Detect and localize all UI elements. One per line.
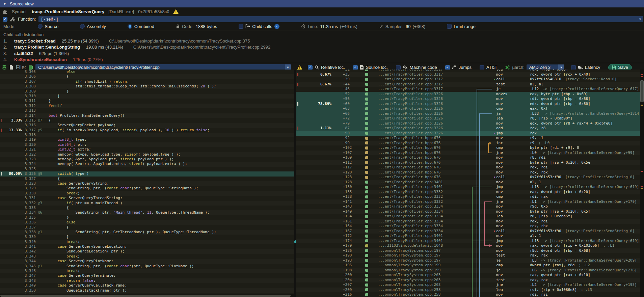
source-line[interactable]: 3,346 break; <box>0 269 294 273</box>
source-line[interactable]: 3,342 SendSourceLocation( ptr ); <box>0 249 294 254</box>
assembly-row[interactable]: +90...ent\TracyProfiler.cpp:3326jmprcx <box>296 131 640 136</box>
assembly-row[interactable]: +172...ent\TracyProfiler.cpp:3401moval, … <box>296 234 640 239</box>
source-line[interactable]: 3,307 if( shouldExit ) return; <box>0 79 294 84</box>
assembly-row[interactable]: +79...ent\TracyProfiler.cpp:3326movecx, … <box>296 121 640 126</box>
child-call-row[interactable]: 2. tracy::Profiler::SendLongString 19.88… <box>3 44 644 51</box>
assembly-vertical-scrollbar[interactable] <box>640 70 644 297</box>
relative-loc-checkbox[interactable]: ✓ <box>308 65 313 70</box>
assembly-row[interactable]: +123...ent\TracyProfiler.hpp:676call0x7f… <box>296 175 640 180</box>
source-line[interactable]: 3,339 } <box>0 235 294 239</box>
source-line[interactable]: 3,325 <box>0 167 294 171</box>
assembly-row[interactable]: +39...ent\TracyProfiler.cpp:3317call0x7f… <box>296 77 640 82</box>
latency-checkbox[interactable] <box>571 65 576 70</box>
assembly-row[interactable]: +117...ent\TracyProfiler.hpp:676movrdx, … <box>296 165 640 170</box>
source-line[interactable]: 3,309 } <box>0 89 294 94</box>
source-line[interactable]: 3,327 { <box>0 177 294 181</box>
source-line[interactable]: 3,336 else <box>0 220 294 225</box>
assembly-row[interactable]: +209...ommon\TracySystem.cpp:258learsi, … <box>296 288 640 293</box>
assembly-row[interactable]: +195...ommon\TracySystem.cpp:199cmpdword… <box>296 263 640 268</box>
assembly-row[interactable]: +164...ent\TracyProfiler.cpp:3334movrcx,… <box>296 224 640 229</box>
child-calls-up-button[interactable]: ▲ <box>274 24 279 29</box>
source-line[interactable]: 3,322 memcpy( &type, &payload.type, size… <box>0 152 294 157</box>
assembly-row[interactable]: 78.89%+60...ent\TracyProfiler.cpp:3326mo… <box>296 102 640 107</box>
assembly-row[interactable]: +143...ent\TracyProfiler.cpp:3334movr9d,… <box>296 204 640 209</box>
source-line[interactable]: 3,334@6 SendString( ptr, "Main thread", … <box>0 210 294 215</box>
assembly-row[interactable]: +174...ent\TracyProfiler.cpp:3401jmp.L13… <box>296 239 640 244</box>
assembly-row[interactable]: +161...ent\TracyProfiler.cpp:3334movrdx,… <box>296 219 640 224</box>
assembly-row[interactable]: 1.11%+87...ent\TracyProfiler.cpp:3326add… <box>296 126 640 131</box>
assembly-row[interactable]: +154...ent\TracyProfiler.cpp:3334lear8, … <box>296 214 640 219</box>
assembly-row[interactable]: +149...ent\TracyProfiler.cpp:3334movbyte… <box>296 209 640 214</box>
jumps-toggle[interactable]: ✓ Jumps <box>445 65 472 70</box>
source-line[interactable]: 3,313 <box>0 108 294 113</box>
source-line[interactable]: 3,345@1 SendString( ptr, (const char*)pt… <box>0 264 294 269</box>
source-loc-checkbox[interactable]: ✓ <box>353 65 358 70</box>
machine-code-toggle[interactable]: Machine code <box>396 65 437 70</box>
assembly-row[interactable]: +198...ommon\TracySystem.cpp:199je.L6-> … <box>296 268 640 273</box>
assembly-row[interactable]: +46...ent\TracyProfiler.cpp:3317je.L12->… <box>296 87 640 92</box>
source-line[interactable]: 3,320 uint64_t ptr; <box>0 142 294 147</box>
relative-loc-toggle[interactable]: ✓ Relative loc. <box>308 65 345 70</box>
source-line[interactable]: 3,319 uint8_t type; <box>0 137 294 142</box>
radio-source[interactable] <box>38 24 43 29</box>
limit-range-checkbox[interactable] <box>447 24 452 29</box>
radio-assembly[interactable] <box>80 24 85 29</box>
source-line[interactable]: 3.33%3,315@7{ <box>0 118 294 123</box>
assembly-row[interactable]: +186...ommon\TracySystem.cpp:197movr8d, … <box>296 248 640 253</box>
source-line[interactable]: 3,337 { <box>0 225 294 230</box>
mode-option-source[interactable]: Source <box>38 24 58 29</box>
source-line[interactable]: 3,305 else <box>0 70 294 74</box>
assembly-row[interactable]: +204...ommon\TracySystem.cpp:203testrax,… <box>296 278 640 283</box>
source-line[interactable]: 3,308 std::this_thread::sleep_for( std::… <box>0 84 294 89</box>
source-line[interactable]: 3,333 { <box>0 206 294 210</box>
source-line[interactable]: 3,318 <box>0 133 294 137</box>
source-line[interactable]: 3,340 break; <box>0 240 294 244</box>
assembly-row[interactable]: +52...ent\TracyProfiler.cpp:3326movzxeax… <box>296 92 640 97</box>
assembly-row[interactable]: +31...ent\TracyProfiler.cpp:3317leardx, … <box>296 70 640 72</box>
source-line[interactable]: 3,316 ServerQueryPacket payload; <box>0 123 294 128</box>
source-line[interactable]: 3,338@1 SendString( ptr, GetThreadName( … <box>0 230 294 235</box>
att-checkbox[interactable] <box>480 65 484 70</box>
scrollbar-thumb[interactable] <box>0 295 291 297</box>
source-line[interactable]: 3,329 SendString( ptr, (const char*)ptr,… <box>0 186 294 191</box>
source-line[interactable]: 3,306 { <box>0 74 294 79</box>
assembly-row[interactable]: +135...ent\TracyProfiler.cpp:3332moveax,… <box>296 190 640 195</box>
source-horizontal-scrollbar[interactable] <box>0 294 294 297</box>
assembly-row[interactable]: +216...ommon\TracySystem.cpp:258movrdi, … <box>296 292 640 297</box>
assembly-row[interactable]: +102...ent\TracyProfiler.hpp:676cmpbyte … <box>296 145 640 151</box>
source-loc-toggle[interactable]: ✓ Source loc. <box>353 65 388 70</box>
assembly-row[interactable]: +72...ent\TracyProfiler.cpp:3326lear8, [… <box>296 116 640 121</box>
assembly-row[interactable]: +130...ent\TracyProfiler.cpp:3401jmp.L13… <box>296 185 640 190</box>
assembly-row[interactable]: +141...ent\TracyProfiler.cpp:3332jne.L1-… <box>296 199 640 205</box>
assembly-row[interactable]: +92...ent\TracyProfiler.hpp:676movr9, -1 <box>296 136 640 141</box>
scrollbar-thumb[interactable] <box>640 80 644 102</box>
assembly-row[interactable]: +190...ommon\TracySystem.cpp:197testrax,… <box>296 253 640 258</box>
assembly-row[interactable]: +167...ent\TracyProfiler.cpp:3334call0x7… <box>296 229 640 234</box>
assembly-row[interactable]: +109...ent\TracyProfiler.hpp:676movr8, r… <box>296 155 640 160</box>
assembly-row[interactable]: +120...ent\TracyProfiler.hpp:676movrcx, … <box>296 170 640 175</box>
source-line[interactable]: 3,348 return false; <box>0 278 294 283</box>
assembly-row[interactable]: +200...ommon\TracySystem.cpp:203movrax, … <box>296 273 640 278</box>
assembly-row[interactable]: +207...ommon\TracySystem.cpp:203jne.L2->… <box>296 282 640 288</box>
machine-code-checkbox[interactable] <box>396 65 401 70</box>
source-line[interactable]: 3,310 } <box>0 94 294 99</box>
source-line[interactable]: 3,331 case ServerQueryThreadString: <box>0 196 294 200</box>
function-combo[interactable]: [ - self - ] ▼ <box>38 16 643 22</box>
source-line[interactable]: 3,332@3 if( ptr == m_mainThread ) <box>0 201 294 206</box>
mode-option-combined[interactable]: Combined <box>128 24 154 29</box>
source-line[interactable]: 3,341 case ServerQuerySourceLocation: <box>0 244 294 249</box>
assembly-row[interactable]: +128...ent\TracyProfiler.cpp:3401moval, … <box>296 180 640 185</box>
source-line[interactable]: 3,312#endif <box>0 104 294 108</box>
source-line[interactable]: 3,350 QueueCallstackFrame( ptr ); <box>0 288 294 293</box>
source-line[interactable]: 3,330 break; <box>0 191 294 196</box>
jumps-checkbox[interactable]: ✓ <box>445 65 450 70</box>
assembly-row[interactable]: +66...ent\TracyProfiler.cpp:3326ja.L33->… <box>296 111 640 116</box>
splitter-grip[interactable] <box>294 240 296 243</box>
source-line[interactable]: 13.33%3,317@5 if( !m_sock->Read( &payloa… <box>0 128 294 133</box>
source-line[interactable]: 3,311} <box>0 99 294 103</box>
source-line[interactable]: 3,324 memcpy( &extra, &payload.extra, si… <box>0 162 294 166</box>
assembly-row[interactable]: +107...ent\TracyProfiler.hpp:676jne.L0->… <box>296 151 640 156</box>
assembly-row[interactable]: 6.67%+44...ent\TracyProfiler.cpp:3317tes… <box>296 82 640 87</box>
child-call-row[interactable]: 1. tracy::Socket::Read 25.25 ms (54.89%)… <box>3 38 644 44</box>
child-calls-checkbox[interactable] <box>239 24 243 29</box>
